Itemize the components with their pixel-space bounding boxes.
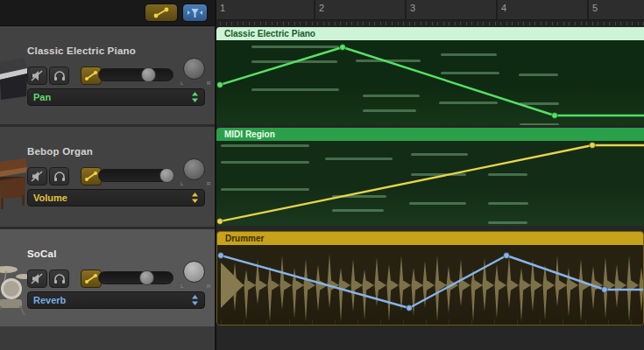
automation-point[interactable] — [217, 82, 223, 88]
mute-speaker-icon — [31, 70, 44, 81]
beat-tick — [226, 22, 227, 25]
automation-curve[interactable] — [220, 47, 644, 116]
automation-point[interactable] — [590, 143, 596, 149]
midi-note-bar — [363, 109, 416, 112]
show-automation-button[interactable] — [145, 4, 178, 22]
midi-note-bar — [441, 72, 499, 74]
region-midi-region[interactable]: MIDI Region — [216, 128, 644, 226]
region-title-bar[interactable]: Classic Electric Piano — [216, 27, 644, 40]
track-panel-empty-area — [0, 326, 215, 350]
automation-curve[interactable] — [220, 145, 644, 221]
automation-parameter-select[interactable]: Reverb — [27, 291, 205, 309]
solo-button[interactable] — [49, 66, 69, 85]
beat-tick — [581, 22, 582, 25]
beat-tick — [632, 22, 633, 25]
beat-tick — [380, 22, 381, 25]
solo-button[interactable] — [49, 167, 69, 186]
beat-tick — [466, 22, 467, 25]
bar-number: 1 — [220, 3, 225, 13]
track-panel-toolbar — [0, 0, 215, 26]
beat-tick — [626, 22, 627, 25]
volume-slider[interactable] — [98, 271, 173, 284]
beat-tick — [437, 22, 438, 25]
beat-tick — [478, 22, 478, 25]
drummer-region-content[interactable] — [217, 245, 643, 325]
beat-notch — [403, 319, 404, 325]
mute-button[interactable] — [27, 66, 47, 85]
beat-tick — [409, 22, 410, 25]
bar-division-line — [496, 0, 498, 19]
bar-number: 2 — [319, 3, 324, 13]
headphones-icon — [53, 70, 66, 81]
beat-tick — [260, 22, 261, 25]
automation-point[interactable] — [602, 287, 608, 293]
volume-slider-handle[interactable] — [159, 168, 174, 183]
automation-point[interactable] — [504, 253, 510, 259]
automation-point[interactable] — [218, 253, 224, 259]
track-row-classic-electric-piano[interactable]: Classic Electric Piano — [0, 26, 215, 124]
midi-region-content[interactable] — [216, 40, 644, 125]
pan-knob[interactable] — [183, 261, 205, 283]
track-row-socal[interactable]: SoCal L — [0, 229, 215, 326]
region-classic-electric-piano[interactable]: Classic Electric Piano — [216, 27, 644, 125]
beat-notch — [426, 319, 427, 325]
beat-tick — [489, 22, 490, 25]
automation-point[interactable] — [340, 45, 346, 51]
beat-tick — [495, 22, 496, 25]
pan-knob[interactable] — [183, 58, 205, 80]
beat-tick — [592, 22, 593, 25]
beat-tick — [534, 22, 535, 25]
catch-playhead-button[interactable] — [182, 4, 208, 22]
automation-curve-icon — [84, 171, 98, 182]
beat-tick — [471, 22, 472, 25]
automation-point[interactable] — [407, 305, 413, 312]
region-title-bar[interactable]: MIDI Region — [216, 128, 644, 141]
beat-tick — [265, 22, 266, 25]
beat-tick — [455, 22, 456, 25]
beat-tick — [557, 22, 558, 25]
track-name[interactable]: Classic Electric Piano — [27, 46, 136, 56]
pan-knob[interactable] — [183, 158, 205, 180]
automation-parameter-select[interactable]: Pan — [27, 88, 205, 106]
stepper-arrows-icon — [191, 91, 199, 103]
mute-button[interactable] — [27, 167, 47, 186]
region-drummer[interactable]: Drummer — [216, 231, 644, 326]
beat-tick — [563, 22, 564, 25]
automation-parameter-select[interactable]: Volume — [27, 189, 205, 206]
beat-tick — [335, 22, 336, 25]
midi-region-content[interactable] — [216, 141, 644, 226]
region-title-bar[interactable]: Drummer — [217, 232, 643, 245]
pan-left-label: L — [180, 181, 183, 186]
beat-tick — [552, 22, 553, 25]
automation-parameter-value: Volume — [33, 192, 191, 203]
volume-slider[interactable] — [98, 68, 173, 81]
solo-button[interactable] — [49, 270, 69, 288]
beat-notch — [585, 319, 586, 325]
beat-tick — [249, 22, 250, 25]
volume-slider[interactable] — [98, 169, 173, 182]
beat-tick-strip[interactable] — [216, 20, 644, 26]
beat-tick — [323, 22, 324, 25]
automation-point[interactable] — [552, 113, 558, 119]
bar-number: 4 — [501, 3, 506, 13]
mute-button[interactable] — [27, 270, 47, 288]
midi-note-bar — [439, 102, 498, 104]
beat-notch — [380, 319, 381, 325]
beat-notch — [312, 319, 313, 325]
beat-tick — [357, 22, 358, 25]
volume-slider-handle[interactable] — [139, 270, 154, 285]
beat-tick — [638, 22, 639, 25]
bar-ruler[interactable]: 12345 — [216, 0, 644, 20]
bar-number: 5 — [592, 3, 598, 13]
track-name[interactable]: SoCal — [27, 248, 57, 259]
garageband-window: Classic Electric Piano — [0, 0, 644, 350]
track-row-bebop-organ[interactable]: Bebop Organ — [0, 127, 215, 227]
volume-slider-handle[interactable] — [141, 67, 156, 82]
automation-point[interactable] — [217, 219, 223, 225]
track-header-panel: Classic Electric Piano — [0, 0, 215, 350]
track-name[interactable]: Bebop Organ — [27, 146, 93, 157]
automation-curve-icon — [152, 6, 171, 19]
midi-note-bar — [221, 144, 309, 147]
beat-tick — [432, 22, 433, 25]
beat-tick — [317, 22, 318, 25]
